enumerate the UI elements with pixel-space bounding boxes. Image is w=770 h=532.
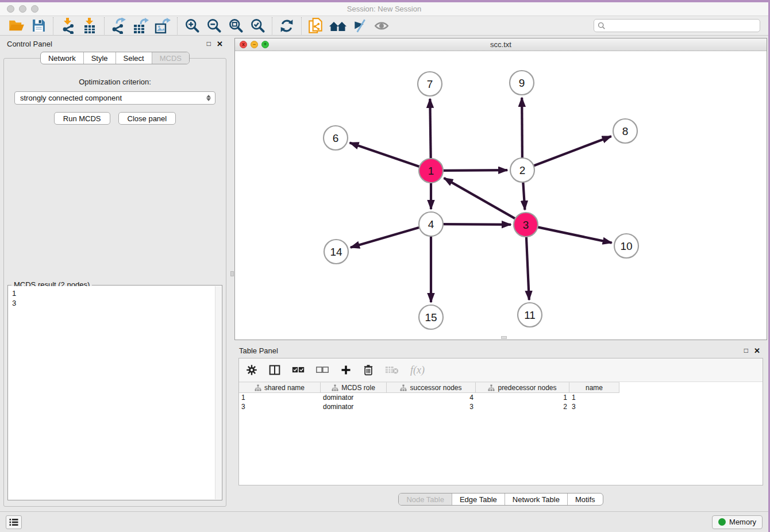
- column-header-mcds-role[interactable]: MCDS role: [321, 382, 387, 393]
- unchecked-boxes-icon: [316, 366, 329, 374]
- tab-select[interactable]: Select: [116, 52, 152, 64]
- refresh-button[interactable]: [276, 17, 298, 34]
- hide-labels-button[interactable]: [349, 17, 371, 34]
- run-mcds-button[interactable]: Run MCDS: [54, 112, 110, 125]
- search-field[interactable]: [594, 19, 760, 32]
- export-network-icon: [110, 18, 128, 34]
- panel-splitter[interactable]: [230, 36, 234, 511]
- network-close-button[interactable]: x: [240, 41, 247, 48]
- export-image-button[interactable]: [152, 17, 174, 34]
- create-column-button[interactable]: [340, 364, 352, 376]
- tab-style[interactable]: Style: [83, 52, 116, 64]
- tab-edge-table[interactable]: Edge Table: [452, 494, 505, 505]
- network-canvas[interactable]: 1234678910111415: [235, 51, 767, 340]
- column-header-predecessor-nodes[interactable]: predecessor nodes: [476, 382, 569, 393]
- edge-1-2[interactable]: [442, 170, 507, 171]
- column-header-shared-name[interactable]: shared name: [239, 382, 321, 393]
- toolbar-separator: [104, 17, 105, 34]
- close-panel-icon[interactable]: ✕: [217, 40, 223, 48]
- delete-table-icon: [385, 365, 399, 375]
- zoom-selected-button[interactable]: [247, 17, 268, 34]
- edge-3-1[interactable]: [444, 178, 517, 219]
- toolbar-separator: [272, 17, 272, 34]
- edge-1-7[interactable]: [430, 99, 430, 160]
- import-network-button[interactable]: [57, 17, 79, 34]
- mcds-result-text[interactable]: 1 3: [9, 286, 215, 499]
- tab-mcds[interactable]: MCDS: [152, 52, 189, 64]
- function-builder-button[interactable]: f(x): [410, 364, 425, 376]
- network-view-window: scc.txt x – + 1: [234, 38, 767, 340]
- zoom-fit-button[interactable]: [225, 17, 247, 34]
- tab-network-table[interactable]: Network Table: [505, 494, 567, 505]
- float-panel-icon[interactable]: □: [207, 40, 211, 48]
- column-header-successor-nodes[interactable]: successor nodes: [387, 382, 476, 393]
- criterion-selected-value: strongly connected component: [20, 94, 122, 102]
- import-table-icon: [82, 18, 98, 34]
- tab-motifs[interactable]: Motifs: [567, 494, 603, 505]
- edge-4-3[interactable]: [442, 224, 511, 225]
- edge-3-11[interactable]: [526, 236, 529, 300]
- column-header-name[interactable]: name: [569, 382, 619, 393]
- home-icon: [329, 18, 347, 33]
- edge-2-3[interactable]: [523, 181, 525, 210]
- zoom-out-button[interactable]: [203, 17, 225, 34]
- edge-2-8[interactable]: [533, 136, 611, 166]
- edge-3-10[interactable]: [537, 227, 612, 243]
- edge-2-9[interactable]: [522, 98, 522, 159]
- zoom-in-button[interactable]: [181, 17, 203, 34]
- tab-network[interactable]: Network: [41, 52, 83, 64]
- splitter-handle-icon[interactable]: [230, 271, 234, 276]
- task-history-button[interactable]: [6, 515, 22, 529]
- network-window-title: scc.txt: [235, 40, 767, 49]
- edge-4-14[interactable]: [351, 227, 421, 247]
- node-label-9: 9: [519, 77, 525, 89]
- memory-status-icon: [718, 518, 726, 526]
- home-layout-button[interactable]: [327, 17, 349, 34]
- open-session-button[interactable]: [6, 17, 28, 34]
- toolbar-separator: [53, 17, 53, 34]
- result-scrollbar[interactable]: [215, 286, 221, 499]
- delete-table-button[interactable]: [385, 365, 399, 375]
- save-icon: [32, 18, 46, 33]
- network-maximize-button[interactable]: +: [261, 41, 269, 48]
- node-label-15: 15: [425, 311, 437, 323]
- node-label-8: 8: [622, 125, 629, 137]
- float-table-panel-icon[interactable]: □: [744, 346, 748, 354]
- gear-icon: [246, 364, 257, 376]
- canvas-hscroll-handle[interactable]: [501, 336, 507, 339]
- table-settings-button[interactable]: [246, 364, 257, 376]
- zoom-fit-icon: [228, 18, 244, 33]
- close-panel-button[interactable]: Close panel: [118, 112, 176, 125]
- network-graph[interactable]: 1234678910111415: [235, 51, 767, 338]
- node-label-2: 2: [519, 164, 526, 176]
- export-table-button[interactable]: [130, 17, 152, 34]
- export-network-button[interactable]: [108, 17, 130, 34]
- clone-network-button[interactable]: [305, 17, 327, 34]
- zoom-in-icon: [184, 18, 200, 33]
- eye-icon: [374, 18, 390, 33]
- checked-boxes-icon: [292, 366, 305, 374]
- table-panel-header: Table Panel □ ✕: [234, 343, 767, 358]
- plus-icon: [340, 364, 352, 376]
- show-column-browser-button[interactable]: [269, 364, 280, 376]
- network-minimize-button[interactable]: –: [251, 41, 258, 48]
- status-bar: Memory: [0, 511, 768, 532]
- tab-node-table[interactable]: Node Table: [399, 494, 452, 505]
- import-table-button[interactable]: [79, 17, 101, 34]
- delete-column-button[interactable]: [363, 364, 374, 376]
- memory-button[interactable]: Memory: [712, 515, 763, 529]
- deselect-all-rows-button[interactable]: [316, 366, 329, 374]
- node-label-10: 10: [620, 240, 632, 252]
- criterion-select[interactable]: strongly connected component: [14, 91, 215, 105]
- mcds-tab-panel: Optimization criterion: strongly connect…: [3, 58, 226, 507]
- search-input[interactable]: [609, 21, 756, 30]
- show-graphics-details-button[interactable]: [371, 17, 392, 34]
- close-table-panel-icon[interactable]: ✕: [754, 346, 760, 355]
- select-all-rows-button[interactable]: [292, 366, 305, 374]
- table-row[interactable]: 3 dominator 3 2 3: [239, 402, 763, 411]
- edge-1-6[interactable]: [350, 142, 421, 167]
- control-panel-header: Control Panel □ ✕: [0, 36, 230, 52]
- save-session-button[interactable]: [28, 17, 49, 34]
- table-panel-title: Table Panel: [239, 346, 278, 355]
- table-row[interactable]: 1 dominator 4 1 1: [239, 393, 763, 402]
